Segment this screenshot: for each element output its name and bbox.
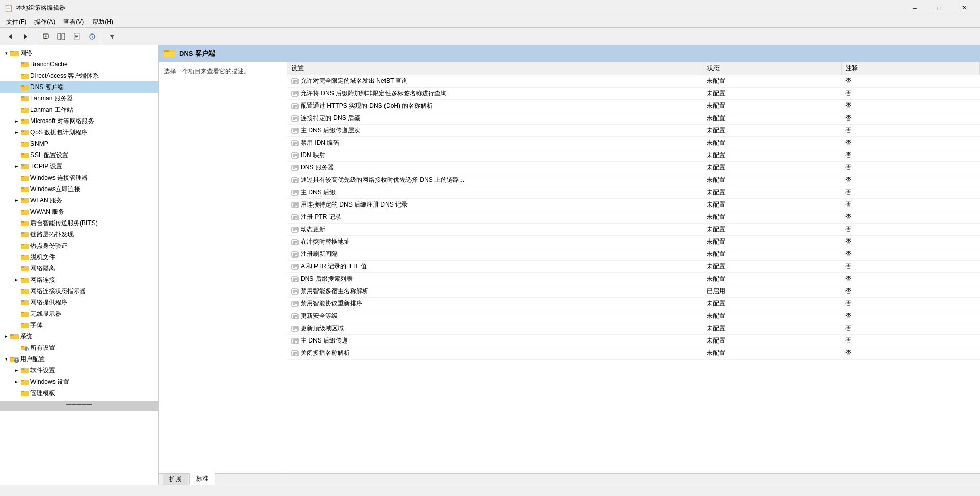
col-header-status[interactable]: 状态 <box>703 62 841 75</box>
tree-item-fonts[interactable]: ▸ 字体 <box>0 319 158 331</box>
table-row[interactable]: 主 DNS 后缀未配置否 <box>287 186 980 199</box>
tree-expand-tcpip[interactable]: ▸ <box>12 162 21 170</box>
table-row[interactable]: 禁用 IDN 编码未配置否 <box>287 137 980 149</box>
forward-button[interactable] <box>19 30 33 43</box>
table-row[interactable]: A 和 PTR 记录的 TTL 值未配置否 <box>287 261 980 273</box>
description-button[interactable] <box>69 30 84 43</box>
tree-item-lanman-server[interactable]: ▸ Lanman 服务器 <box>0 93 158 104</box>
show-hide-button[interactable] <box>54 30 68 43</box>
table-row[interactable]: 在冲突时替换地址未配置否 <box>287 236 980 248</box>
table-row[interactable]: 禁用智能多宿主名称解析已启用否 <box>287 285 980 298</box>
col-header-setting[interactable]: 设置 <box>287 62 703 75</box>
table-row[interactable]: 动态更新未配置否 <box>287 224 980 236</box>
tree-item-wlan[interactable]: ▸ WLAN 服务 <box>0 195 158 206</box>
tree-item-snmp[interactable]: ▸ SNMP <box>0 138 158 149</box>
policy-name-cell: A 和 PTR 记录的 TTL 值 <box>287 261 703 273</box>
tree-expand-qos[interactable]: ▸ <box>12 128 21 136</box>
table-row[interactable]: 配置通过 HTTPS 实现的 DNS (DoH) 的名称解析未配置否 <box>287 100 980 112</box>
policy-row-icon <box>291 300 299 307</box>
description-text: 选择一个项目来查看它的描述。 <box>164 67 250 75</box>
tree-expand-nc[interactable]: ▸ <box>12 276 21 284</box>
table-row[interactable]: 禁用智能协议重新排序未配置否 <box>287 298 980 310</box>
restore-button[interactable]: □ <box>927 1 951 15</box>
tree-item-bits[interactable]: ▸ 后台智能传送服务(BITS) <box>0 217 158 229</box>
tree-item-lanman-workstation[interactable]: ▸ Lanman 工作站 <box>0 104 158 115</box>
col-header-comment[interactable]: 注释 <box>841 62 979 75</box>
table-row[interactable]: 关闭多播名称解析未配置否 <box>287 347 980 360</box>
tree-expand-wlan[interactable]: ▸ <box>12 196 21 204</box>
table-row[interactable]: 主 DNS 后缀传递层次未配置否 <box>287 125 980 137</box>
minimize-button[interactable]: ─ <box>903 1 926 15</box>
tree-item-all-settings[interactable]: ▸ ♟ 所有设置 <box>0 342 158 353</box>
tree-item-net-conn[interactable]: ▸ 网络连接 <box>0 274 158 285</box>
table-row[interactable]: 用连接特定的 DNS 后缀注册 DNS 记录未配置否 <box>287 199 980 211</box>
tree-item-win-instant[interactable]: ▸ Windows立即连接 <box>0 183 158 195</box>
table-row[interactable]: 允许对完全限定的域名发出 NetBT 查询未配置否 <box>287 75 980 88</box>
table-row[interactable]: 连接特定的 DNS 后缀未配置否 <box>287 112 980 125</box>
table-row[interactable]: IDN 映射未配置否 <box>287 149 980 162</box>
tree-item-microsoft-peer[interactable]: ▸ Microsoft 对等网络服务 <box>0 115 158 127</box>
properties-button[interactable]: i <box>85 30 99 43</box>
policy-row-icon <box>291 152 299 159</box>
table-row[interactable]: 注册 PTR 记录未配置否 <box>287 211 980 224</box>
table-row[interactable]: DNS 服务器未配置否 <box>287 162 980 174</box>
tree-expand-ms-peer[interactable]: ▸ <box>12 117 21 125</box>
svg-point-11 <box>75 35 76 36</box>
table-row[interactable]: DNS 后缀搜索列表未配置否 <box>287 273 980 285</box>
menu-action[interactable]: 操作(A) <box>30 16 59 27</box>
policy-row-icon <box>291 164 299 172</box>
up-button[interactable] <box>39 30 53 43</box>
tree-item-wwan[interactable]: ▸ WWAN 服务 <box>0 206 158 217</box>
tree-item-admin-templates[interactable]: ▸ 管理模板 <box>0 387 158 399</box>
folder-icon-network <box>10 49 19 57</box>
tab-expand[interactable]: 扩展 <box>163 473 188 485</box>
tree-item-network[interactable]: ▾ 网络 <box>0 47 158 59</box>
svg-rect-63 <box>21 312 24 313</box>
policy-row-icon <box>291 325 299 332</box>
table-pane[interactable]: 设置 状态 注释 允许对完全限定的域名发出 NetBT 查询未配置否 允许将 D… <box>287 62 980 473</box>
tree-item-hotspot[interactable]: ▸ 热点身份验证 <box>0 240 158 251</box>
table-row[interactable]: 通过具有较高优先级的网络接收时优先选择 DNS 上的链路...未配置否 <box>287 174 980 186</box>
policy-status-cell: 未配置 <box>703 125 841 137</box>
tree-item-ssl[interactable]: ▸ SSL 配置设置 <box>0 149 158 161</box>
tree-item-qos[interactable]: ▸ QoS 数据包计划程序 <box>0 127 158 138</box>
table-row[interactable]: 注册刷新间隔未配置否 <box>287 248 980 261</box>
tree-item-user-config[interactable]: ▾ 用户配置 <box>0 353 158 365</box>
close-button[interactable]: ✕ <box>952 1 976 15</box>
tree-expand-uc[interactable]: ▾ <box>2 355 10 363</box>
tree-item-tcpip[interactable]: ▸ TCPIP 设置 <box>0 161 158 172</box>
filter-button[interactable] <box>105 30 119 43</box>
tree-item-win-settings[interactable]: ▸ Windows 设置 <box>0 376 158 387</box>
svg-rect-41 <box>21 187 24 189</box>
tree-item-software-settings[interactable]: ▸ 软件设置 <box>0 365 158 376</box>
tab-standard[interactable]: 标准 <box>189 473 215 485</box>
tree-expand-ws[interactable]: ▸ <box>12 378 21 386</box>
tree-scroll-bar[interactable]: ▬▬▬▬▬ <box>0 401 158 411</box>
tree-pane[interactable]: ▾ 网络 ▸ BranchCache ▸ DirectAccess 客户端体系 … <box>0 45 159 485</box>
tree-item-dns-client[interactable]: ▸ DNS 客户端 <box>0 81 158 93</box>
tree-item-branchcache[interactable]: ▸ BranchCache <box>0 59 158 70</box>
tree-expand-system[interactable]: ▸ <box>2 332 10 340</box>
tree-item-net-provider[interactable]: ▸ 网络提供程序 <box>0 297 158 308</box>
table-row[interactable]: 更新顶级域区域未配置否 <box>287 322 980 335</box>
table-row[interactable]: 更新安全等级未配置否 <box>287 310 980 322</box>
tree-expand-network[interactable]: ▾ <box>2 49 10 57</box>
tree-label-fonts: 字体 <box>30 321 43 330</box>
policy-row-icon <box>291 90 299 97</box>
menu-file[interactable]: 文件(F) <box>2 16 30 27</box>
table-row[interactable]: 允许将 DNS 后缀附加到非限定性多标签名称进行查询未配置否 <box>287 88 980 100</box>
tree-item-win-conn-mgr[interactable]: ▸ Windows 连接管理器 <box>0 172 158 183</box>
back-button[interactable] <box>3 30 18 43</box>
tree-expand-ss[interactable]: ▸ <box>12 366 21 374</box>
tree-item-ncsi[interactable]: ▸ 网络连接状态指示器 <box>0 285 158 297</box>
tree-item-directaccess[interactable]: ▸ DirectAccess 客户端体系 <box>0 70 158 81</box>
menu-view[interactable]: 查看(V) <box>59 16 88 27</box>
tree-item-system[interactable]: ▸ 系统 <box>0 331 158 342</box>
tree-item-net-isolation[interactable]: ▸ 网络隔离 <box>0 263 158 274</box>
tree-item-wireless-display[interactable]: ▸ 无线显示器 <box>0 308 158 319</box>
menu-help[interactable]: 帮助(H) <box>88 16 117 27</box>
policy-comment-cell: 否 <box>841 298 979 310</box>
tree-item-offline[interactable]: ▸ 脱机文件 <box>0 251 158 263</box>
table-row[interactable]: 主 DNS 后缀传递未配置否 <box>287 335 980 347</box>
tree-item-link-layer[interactable]: ▸ 链路层拓扑发现 <box>0 229 158 240</box>
